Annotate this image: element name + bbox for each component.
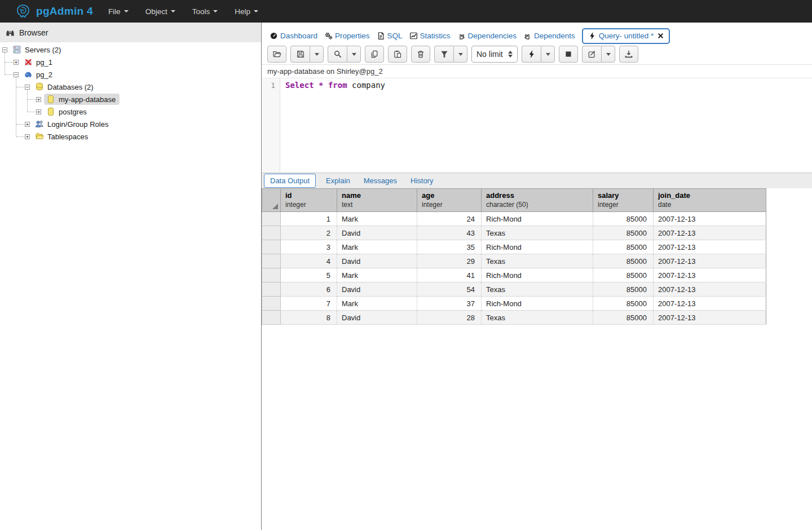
row-selector-cell[interactable] bbox=[262, 254, 281, 268]
cell[interactable]: 24 bbox=[417, 212, 482, 226]
tree-item-login-group-roles[interactable]: +Login/Group Roles bbox=[0, 118, 261, 130]
tab-query-untitled[interactable]: Query- untitled * bbox=[582, 28, 670, 44]
cell[interactable]: 43 bbox=[417, 226, 482, 240]
row-selector-cell[interactable] bbox=[262, 311, 281, 325]
cell[interactable]: David bbox=[337, 254, 417, 268]
expand-toggle-icon[interactable]: + bbox=[36, 97, 41, 102]
menu-help[interactable]: Help bbox=[226, 0, 267, 23]
tab-statistics[interactable]: Statistics bbox=[406, 29, 454, 44]
cell[interactable]: Mark bbox=[337, 240, 417, 254]
close-icon[interactable] bbox=[657, 33, 664, 39]
sql-code-line[interactable]: Select * from company bbox=[280, 78, 385, 173]
paste-button[interactable] bbox=[388, 46, 407, 63]
cell[interactable]: Texas bbox=[482, 254, 593, 268]
tree-item-pg-2[interactable]: −pg_2 bbox=[0, 68, 261, 81]
row-selector-cell[interactable] bbox=[262, 226, 281, 240]
expand-toggle-icon[interactable]: + bbox=[25, 122, 30, 127]
output-tab-messages[interactable]: Messages bbox=[357, 174, 404, 188]
cell[interactable]: David bbox=[337, 282, 417, 297]
cell[interactable]: Texas bbox=[482, 226, 593, 240]
stop-button[interactable] bbox=[559, 46, 578, 63]
cell[interactable]: 85000 bbox=[593, 212, 654, 226]
row-selector-cell[interactable] bbox=[262, 240, 281, 254]
output-tab-history[interactable]: History bbox=[404, 174, 440, 188]
dropdown-caret-button[interactable] bbox=[453, 46, 467, 63]
edit-button[interactable] bbox=[582, 46, 601, 63]
cell[interactable]: 5 bbox=[281, 268, 337, 282]
cell[interactable]: Texas bbox=[482, 311, 593, 325]
copy-button[interactable] bbox=[365, 46, 384, 63]
cell[interactable]: 2007-12-13 bbox=[654, 240, 766, 254]
dropdown-caret-button[interactable] bbox=[601, 46, 615, 63]
tree-item-postgres[interactable]: +postgres bbox=[0, 105, 261, 118]
cell[interactable]: Rich-Mond bbox=[482, 212, 593, 226]
cell[interactable]: 2 bbox=[281, 226, 337, 240]
column-header-join-date[interactable]: join_datedate bbox=[654, 189, 766, 212]
column-header-age[interactable]: ageinteger bbox=[417, 189, 482, 212]
cell[interactable]: 85000 bbox=[593, 297, 654, 311]
cell[interactable]: 37 bbox=[417, 297, 482, 311]
cell[interactable]: 2007-12-13 bbox=[654, 212, 766, 226]
save-button[interactable] bbox=[290, 46, 310, 63]
output-tab-data-output[interactable]: Data Output bbox=[264, 174, 316, 188]
dropdown-caret-button[interactable] bbox=[310, 46, 324, 63]
cell[interactable]: 6 bbox=[281, 282, 337, 297]
cell[interactable]: Mark bbox=[337, 297, 417, 311]
cell[interactable]: 54 bbox=[417, 282, 482, 297]
cell[interactable]: 35 bbox=[417, 240, 482, 254]
cell[interactable]: 2007-12-13 bbox=[654, 226, 766, 240]
cell[interactable]: 85000 bbox=[593, 254, 654, 268]
cell[interactable]: 85000 bbox=[593, 282, 654, 297]
menu-tools[interactable]: Tools bbox=[184, 0, 227, 23]
row-selector-cell[interactable] bbox=[262, 212, 281, 226]
cell[interactable]: 85000 bbox=[593, 226, 654, 240]
cell[interactable]: 85000 bbox=[593, 268, 654, 282]
column-header-id[interactable]: idinteger bbox=[281, 189, 337, 212]
cell[interactable]: Rich-Mond bbox=[482, 240, 593, 254]
collapse-toggle-icon[interactable]: − bbox=[25, 85, 30, 90]
sql-editor[interactable]: 1 Select * from company bbox=[262, 78, 812, 173]
cell[interactable]: David bbox=[337, 226, 417, 240]
expand-toggle-icon[interactable]: + bbox=[14, 60, 19, 65]
tab-dashboard[interactable]: Dashboard bbox=[266, 29, 321, 44]
tree-item-pg-1[interactable]: +pg_1 bbox=[0, 56, 261, 68]
dropdown-caret-button[interactable] bbox=[541, 46, 555, 63]
cell[interactable]: 2007-12-13 bbox=[654, 297, 766, 311]
cell[interactable]: Texas bbox=[482, 282, 593, 297]
filter-button[interactable] bbox=[434, 46, 453, 63]
cell[interactable]: 7 bbox=[281, 297, 337, 311]
menu-file[interactable]: File bbox=[100, 0, 137, 23]
cell[interactable]: 3 bbox=[281, 240, 337, 254]
cell[interactable]: 85000 bbox=[593, 240, 654, 254]
collapse-toggle-icon[interactable]: − bbox=[2, 47, 7, 52]
cell[interactable]: Mark bbox=[337, 212, 417, 226]
tree-item-databases-2[interactable]: −Databases (2) bbox=[0, 81, 261, 93]
cell[interactable]: Mark bbox=[337, 268, 417, 282]
row-limit-select[interactable]: No limit bbox=[471, 46, 518, 63]
dropdown-caret-button[interactable] bbox=[347, 46, 361, 63]
search-button[interactable] bbox=[328, 46, 347, 63]
cell[interactable]: 1 bbox=[281, 212, 337, 226]
download-button[interactable] bbox=[619, 46, 638, 63]
open-file-button[interactable] bbox=[267, 46, 286, 63]
cell[interactable]: Rich-Mond bbox=[482, 268, 593, 282]
tree-item-servers-2[interactable]: −Servers (2) bbox=[0, 43, 261, 56]
tab-sql[interactable]: SQL bbox=[373, 29, 406, 44]
cell[interactable]: 2007-12-13 bbox=[654, 254, 766, 268]
execute-button[interactable] bbox=[522, 46, 541, 63]
tab-dependencies[interactable]: Dependencies bbox=[454, 29, 520, 44]
cell[interactable]: David bbox=[337, 311, 417, 325]
tab-dependents[interactable]: Dependents bbox=[520, 29, 579, 44]
tab-properties[interactable]: Properties bbox=[321, 29, 373, 44]
row-selector-cell[interactable] bbox=[262, 282, 281, 297]
cell[interactable]: 41 bbox=[417, 268, 482, 282]
column-header-name[interactable]: nametext bbox=[337, 189, 417, 212]
column-header-address[interactable]: addresscharacter (50) bbox=[482, 189, 593, 212]
row-selector-cell[interactable] bbox=[262, 297, 281, 311]
cell[interactable]: Rich-Mond bbox=[482, 297, 593, 311]
select-all-cell[interactable] bbox=[262, 189, 281, 212]
tree-item-my-app-database[interactable]: +my-app-database bbox=[0, 93, 261, 105]
cell[interactable]: 2007-12-13 bbox=[654, 268, 766, 282]
cell[interactable]: 4 bbox=[281, 254, 337, 268]
expand-toggle-icon[interactable]: + bbox=[36, 109, 41, 114]
